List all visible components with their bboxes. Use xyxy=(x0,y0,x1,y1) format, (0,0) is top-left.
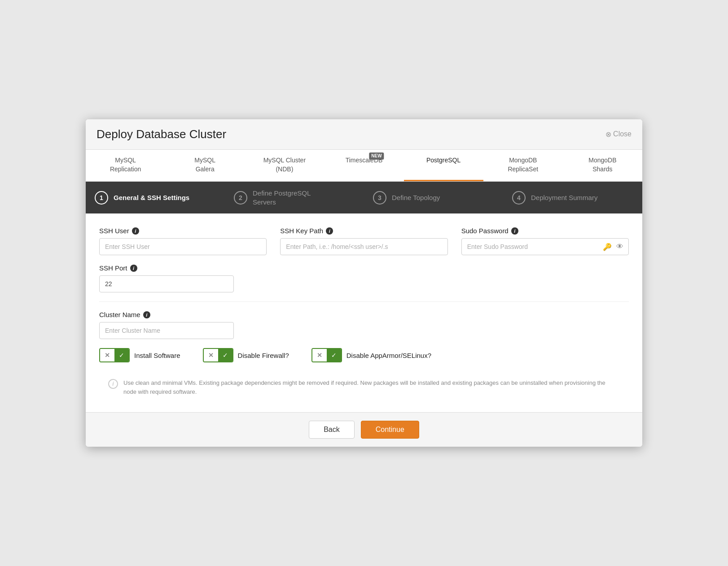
modal-title: Deploy Database Cluster xyxy=(96,127,226,141)
disable-apparmor-label: Disable AppArmor/SELinux? xyxy=(346,352,431,359)
form-group-ssh-port: SSH Port i xyxy=(99,264,234,292)
ssh-port-input[interactable] xyxy=(99,275,234,292)
step-4-label: Deployment Summary xyxy=(531,193,597,202)
tab-postgresql[interactable]: PostgreSQL xyxy=(404,150,483,181)
ssh-user-input[interactable] xyxy=(99,238,267,255)
ssh-key-input[interactable] xyxy=(280,238,447,255)
form-group-ssh-user: SSH User i xyxy=(99,227,267,255)
key-icon-button[interactable]: 🔑 xyxy=(601,241,614,253)
form-area: SSH User i SSH Key Path i Sudo Password … xyxy=(86,213,642,412)
notice-info-icon: i xyxy=(108,379,118,389)
tab-mongodb-shards[interactable]: MongoDBShards xyxy=(563,150,642,181)
toggles-row: ✕ ✓ Install Software ✕ ✓ Disable Firewal… xyxy=(99,348,629,362)
close-icon: ⊗ xyxy=(605,130,611,139)
toggle-disable-apparmor: ✕ ✓ Disable AppArmor/SELinux? xyxy=(311,348,431,362)
toggle-install-software: ✕ ✓ Install Software xyxy=(99,348,180,362)
sudo-password-label: Sudo Password i xyxy=(461,227,629,235)
form-group-cluster-name: Cluster Name i xyxy=(99,311,234,339)
form-group-ssh-key: SSH Key Path i xyxy=(280,227,447,255)
step-4[interactable]: 4 Deployment Summary xyxy=(503,182,642,213)
sudo-password-info-icon[interactable]: i xyxy=(511,227,518,235)
step-3-circle: 3 xyxy=(373,191,386,205)
ssh-user-label: SSH User i xyxy=(99,227,267,235)
footer-bar: Back Continue xyxy=(86,412,642,447)
info-notice: i Use clean and minimal VMs. Existing pa… xyxy=(99,371,629,403)
disable-apparmor-toggle: ✕ ✓ xyxy=(311,348,342,362)
toggle-disable-firewall: ✕ ✓ Disable Firewall? xyxy=(203,348,289,362)
step-3[interactable]: 3 Define Topology xyxy=(364,182,503,213)
cluster-name-info-icon[interactable]: i xyxy=(143,311,150,318)
disable-firewall-x-button[interactable]: ✕ xyxy=(204,349,218,361)
ssh-port-info-icon[interactable]: i xyxy=(130,265,137,272)
modal-header: Deploy Database Cluster ⊗ Close xyxy=(86,119,642,150)
tab-mongodb-replicaset[interactable]: MongoDBReplicaSet xyxy=(483,150,563,181)
step-1[interactable]: 1 General & SSH Settings xyxy=(86,182,225,213)
step-2-label: Define PostgreSQLServers xyxy=(253,189,311,206)
disable-firewall-label: Disable Firewall? xyxy=(238,352,289,359)
step-2-circle: 2 xyxy=(234,191,247,205)
tab-mysql-replication[interactable]: MySQLReplication xyxy=(86,150,165,181)
step-2[interactable]: 2 Define PostgreSQLServers xyxy=(225,182,364,213)
form-group-sudo-password: Sudo Password i 🔑 👁 xyxy=(461,227,629,255)
install-software-label: Install Software xyxy=(134,352,180,359)
eye-icon-button[interactable]: 👁 xyxy=(614,241,625,253)
new-badge: NEW xyxy=(369,152,384,160)
ssh-key-info-icon[interactable]: i xyxy=(326,227,333,235)
form-row-ssh: SSH User i SSH Key Path i Sudo Password … xyxy=(99,227,629,255)
form-row-ssh-port: SSH Port i xyxy=(99,264,629,292)
modal-deploy-database: Deploy Database Cluster ⊗ Close MySQLRep… xyxy=(86,119,642,447)
install-software-x-button[interactable]: ✕ xyxy=(100,349,114,361)
tab-timescaledb[interactable]: NEW TimescaleDB xyxy=(324,150,403,181)
notice-text: Use clean and minimal VMs. Existing pack… xyxy=(123,379,620,396)
form-divider xyxy=(99,301,629,302)
cluster-name-input[interactable] xyxy=(99,322,234,339)
install-software-check-button[interactable]: ✓ xyxy=(114,349,129,361)
disable-firewall-check-button[interactable]: ✓ xyxy=(218,349,232,361)
disable-firewall-toggle: ✕ ✓ xyxy=(203,348,233,362)
steps-bar: 1 General & SSH Settings 2 Define Postgr… xyxy=(86,182,642,213)
back-button[interactable]: Back xyxy=(309,421,355,439)
tab-mysql-cluster-ndb[interactable]: MySQL Cluster(NDB) xyxy=(245,150,324,181)
disable-apparmor-x-button[interactable]: ✕ xyxy=(312,349,327,361)
sudo-password-input-wrapper: 🔑 👁 xyxy=(461,238,629,255)
install-software-toggle: ✕ ✓ xyxy=(99,348,130,362)
disable-apparmor-check-button[interactable]: ✓ xyxy=(327,349,341,361)
continue-button[interactable]: Continue xyxy=(361,421,419,439)
tab-mysql-galera[interactable]: MySQLGalera xyxy=(165,150,245,181)
ssh-user-info-icon[interactable]: i xyxy=(132,227,139,235)
step-1-label: General & SSH Settings xyxy=(114,193,189,202)
sudo-password-icons: 🔑 👁 xyxy=(601,238,629,255)
step-4-circle: 4 xyxy=(512,191,526,205)
form-row-cluster-name: Cluster Name i xyxy=(99,311,629,339)
tabs-row: MySQLReplication MySQLGalera MySQL Clust… xyxy=(86,150,642,182)
ssh-key-label: SSH Key Path i xyxy=(280,227,447,235)
step-3-label: Define Topology xyxy=(392,193,440,202)
step-1-circle: 1 xyxy=(95,191,108,205)
ssh-port-label: SSH Port i xyxy=(99,264,234,272)
cluster-name-label: Cluster Name i xyxy=(99,311,234,318)
close-button[interactable]: ⊗ Close xyxy=(605,130,632,139)
